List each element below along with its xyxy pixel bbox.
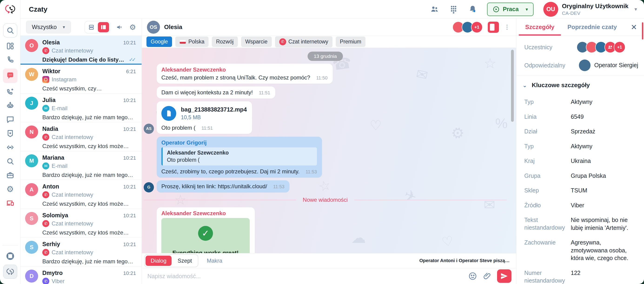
- user-name: Oryginalny Użytkownik: [562, 2, 628, 10]
- sidebar-global-search-icon[interactable]: [5, 156, 16, 167]
- message-time: 11:50: [316, 75, 328, 80]
- channel-label: Czat internetowy: [52, 192, 93, 198]
- message-bubble[interactable]: Dam ci więcej kontekstu za 2 minuty!11:5…: [157, 86, 275, 98]
- chat-list-item[interactable]: A Anton10:21 ✆Czat internetowy Cześć wsz…: [20, 180, 142, 209]
- chat-list-item[interactable]: D Dmytro10:21 ✆Viber Jaka jest cena tego…: [20, 266, 142, 284]
- sidebar-new-call-icon[interactable]: [5, 86, 16, 97]
- send-button[interactable]: [497, 269, 512, 283]
- close-icon[interactable]: ✕: [631, 23, 637, 32]
- message-bubble[interactable]: bag_213883823712.mp4 10,5 MB Oto problem…: [157, 101, 252, 134]
- tab-szczegoly[interactable]: Szczegóły: [519, 18, 561, 36]
- tab-poprzednie-czaty[interactable]: Poprzednie czaty: [561, 18, 623, 36]
- success-check-icon: ✓: [198, 226, 213, 241]
- chat-item-body: Olesia10:21 ✆Czat internetowy Dziękuję! …: [42, 39, 136, 64]
- emoji-icon[interactable]: [468, 272, 477, 280]
- tag-polska[interactable]: Polska: [175, 36, 208, 47]
- avatar: O: [25, 39, 38, 52]
- sidebar-comments-icon[interactable]: [5, 114, 16, 125]
- sidebar-chats-icon[interactable]: [3, 68, 18, 83]
- chevron-down-icon[interactable]: ⌄: [522, 82, 527, 88]
- user-profile[interactable]: OU Oryginalny Użytkownik CA-DEV ▾: [543, 2, 637, 17]
- chat-list-item[interactable]: O Olesia10:21 ✆Czat internetowy Dziękuję…: [20, 36, 142, 64]
- dialpad-icon[interactable]: [449, 5, 458, 14]
- tag-google[interactable]: Google: [146, 36, 172, 47]
- message-bubble[interactable]: Proszę, kliknij ten link: https://unital…: [157, 180, 290, 192]
- chat-list-header: Wszystko ▾: [20, 18, 142, 36]
- message-preview: Cześć wszystkim, czy ktoś może…: [42, 200, 129, 207]
- participants-avatars[interactable]: +1: [579, 41, 626, 53]
- field-label: Typ: [524, 142, 571, 150]
- message-input[interactable]: [148, 273, 463, 280]
- chat-name: Anton: [42, 183, 59, 190]
- sidebar-support-icon[interactable]: [5, 251, 16, 262]
- chat-list-panel: Wszystko ▾: [20, 18, 142, 284]
- quote-text: Oto problem (: [167, 157, 313, 163]
- tab-dialog[interactable]: Dialog: [146, 256, 172, 266]
- sidebar-settings-icon[interactable]: ⚙: [5, 184, 16, 194]
- channel-label: Viber: [52, 278, 65, 284]
- detail-field: GrupaGrupa Polska: [516, 172, 644, 180]
- macros-button[interactable]: Makra: [207, 258, 222, 264]
- attachment-icon[interactable]: [483, 272, 492, 280]
- sidebar-calls-icon[interactable]: [5, 54, 16, 65]
- message-scrollbar[interactable]: [511, 50, 514, 122]
- gear-icon[interactable]: ⚙: [129, 24, 136, 31]
- message-bubble[interactable]: Aleksander Szewczenko Cześć, mam problem…: [157, 64, 333, 84]
- details-panel-toggle-icon[interactable]: [488, 22, 499, 33]
- tag-premium[interactable]: Premium: [336, 36, 366, 47]
- quoted-message[interactable]: Aleksander Szewczenko Oto problem (: [161, 147, 317, 166]
- field-label: Zachowanie: [524, 239, 571, 262]
- details-panel: Szczegóły Poprzednie czaty ✕ Uczestnicy …: [516, 18, 644, 284]
- chat-list-item[interactable]: J Julia10:21 ✉E-mail Bardzo dziękuję, ju…: [20, 94, 142, 122]
- webchat-channel-icon: ✆: [42, 47, 49, 54]
- field-value: Nie wspominaj, bo nie lubię imienia 'Art…: [571, 216, 631, 232]
- sidebar-dashboard-icon[interactable]: [5, 41, 16, 51]
- tag-wsparcie[interactable]: Wsparcie: [241, 36, 272, 47]
- chat-list-item[interactable]: N Nadia10:21 ✆Czat internetowy Cześć wsz…: [20, 122, 142, 151]
- sidebar-search-button[interactable]: [3, 24, 17, 38]
- responsible-user[interactable]: Operator Siergiej: [579, 60, 638, 71]
- sidebar-devices-icon[interactable]: [5, 198, 16, 208]
- details-scrollbar[interactable]: [642, 22, 643, 40]
- message-bubble[interactable]: Aleksander Szewczenko ✓ Everything works…: [157, 207, 255, 253]
- message-text: Proszę, kliknij ten link: https://unital…: [161, 183, 267, 190]
- responsible-row: Odpowiedzialny Operator Siergiej: [516, 56, 644, 74]
- status-selector[interactable]: Praca ▾: [487, 2, 534, 16]
- chat-list-item[interactable]: S Solomiya10:21 ✆Czat internetowy Cześć …: [20, 209, 142, 238]
- status-label: Praca: [503, 6, 519, 12]
- content-row: Wszystko ▾: [20, 18, 644, 284]
- sidebar-toolbox-icon[interactable]: [5, 170, 16, 180]
- avatar: OU: [543, 2, 558, 17]
- chat-list: O Olesia10:21 ✆Czat internetowy Dziękuję…: [20, 36, 142, 284]
- avatar: D: [25, 270, 38, 282]
- field-value: Sprzedaż: [571, 128, 631, 136]
- chat-list-item[interactable]: W Wiktor6:21 Instagram Cześć wszystkim, …: [20, 64, 142, 94]
- notifications-icon[interactable]: [468, 5, 477, 14]
- sidebar-bot-icon[interactable]: [5, 100, 16, 111]
- message-preview: Bardzo dziękuję, już nie mam tego…: [42, 114, 133, 120]
- sidebar-quality-badge-icon[interactable]: [5, 128, 16, 139]
- message-text: Cześć, mam problem z stroną UniTalk. Czy…: [161, 74, 310, 81]
- quote-author: Aleksander Szewczenko: [167, 150, 313, 156]
- kebab-menu-icon[interactable]: ⋮: [504, 25, 510, 28]
- key-details-section[interactable]: ⌄ Kluczowe szczegóły: [516, 78, 644, 91]
- file-attachment[interactable]: bag_213883823712.mp4 10,5 MB: [161, 106, 247, 121]
- responsible-label: Odpowiedzialny: [524, 62, 571, 69]
- chat-item-body: Nadia10:21 ✆Czat internetowy Cześć wszys…: [42, 126, 136, 151]
- tag-rozwoj[interactable]: Rozwój: [212, 36, 238, 47]
- sound-icon[interactable]: [116, 23, 124, 31]
- sidebar-unitalk-mini-logo[interactable]: [3, 265, 17, 279]
- filter-dropdown[interactable]: Wszystko ▾: [26, 21, 71, 34]
- image-attachment[interactable]: ✓ Everything works great!: [161, 218, 250, 253]
- participant-avatars[interactable]: +1: [455, 22, 483, 33]
- tag-czat-internetowy[interactable]: ✆Czat internetowy: [275, 36, 332, 48]
- tab-szept[interactable]: Szept: [172, 256, 197, 266]
- message-bubble[interactable]: Operator Grigorij Aleksander Szewczenko …: [157, 137, 322, 178]
- chat-list-item[interactable]: M Mariana10:21 ✉E-mail Bardzo dziękuję, …: [20, 151, 142, 180]
- chat-list-item[interactable]: S Serhiy10:21 ✆Czat internetowy Bardzo d…: [20, 238, 142, 266]
- chat-item-body: Serhiy10:21 ✆Czat internetowy Bardzo dzi…: [42, 241, 136, 266]
- team-icon[interactable]: [430, 5, 439, 14]
- list-view-button[interactable]: [86, 22, 97, 32]
- sidebar-code-icon[interactable]: [5, 142, 16, 153]
- split-view-button[interactable]: [98, 22, 109, 32]
